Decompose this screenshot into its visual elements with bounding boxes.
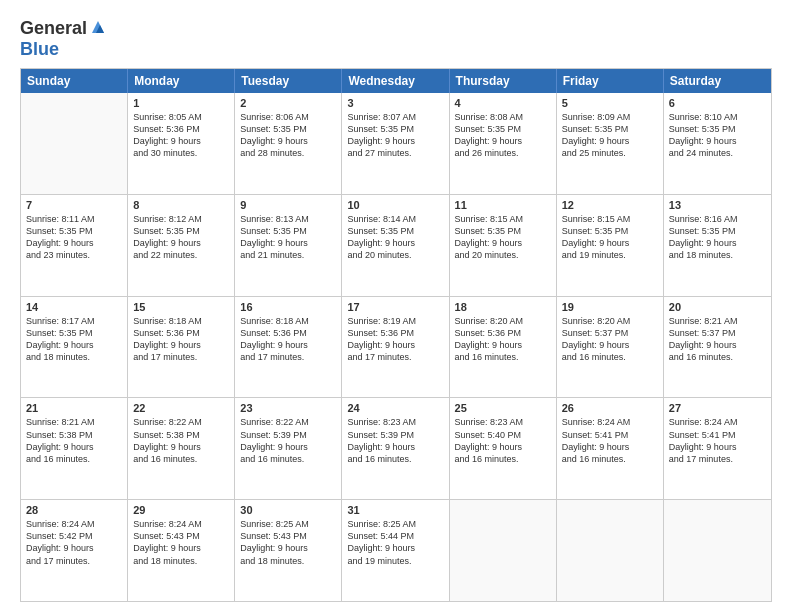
day-info: Sunrise: 8:18 AM Sunset: 5:36 PM Dayligh… xyxy=(240,315,336,364)
empty-cell xyxy=(664,500,771,601)
day-info: Sunrise: 8:25 AM Sunset: 5:43 PM Dayligh… xyxy=(240,518,336,567)
day-cell-22: 22Sunrise: 8:22 AM Sunset: 5:38 PM Dayli… xyxy=(128,398,235,499)
weekday-header-sunday: Sunday xyxy=(21,69,128,93)
day-info: Sunrise: 8:15 AM Sunset: 5:35 PM Dayligh… xyxy=(562,213,658,262)
day-info: Sunrise: 8:24 AM Sunset: 5:41 PM Dayligh… xyxy=(562,416,658,465)
day-number: 1 xyxy=(133,97,229,109)
day-number: 21 xyxy=(26,402,122,414)
day-info: Sunrise: 8:18 AM Sunset: 5:36 PM Dayligh… xyxy=(133,315,229,364)
day-info: Sunrise: 8:24 AM Sunset: 5:43 PM Dayligh… xyxy=(133,518,229,567)
day-cell-15: 15Sunrise: 8:18 AM Sunset: 5:36 PM Dayli… xyxy=(128,297,235,398)
weekday-header-tuesday: Tuesday xyxy=(235,69,342,93)
day-info: Sunrise: 8:10 AM Sunset: 5:35 PM Dayligh… xyxy=(669,111,766,160)
weekday-header-thursday: Thursday xyxy=(450,69,557,93)
day-info: Sunrise: 8:15 AM Sunset: 5:35 PM Dayligh… xyxy=(455,213,551,262)
day-number: 29 xyxy=(133,504,229,516)
day-cell-9: 9Sunrise: 8:13 AM Sunset: 5:35 PM Daylig… xyxy=(235,195,342,296)
day-cell-3: 3Sunrise: 8:07 AM Sunset: 5:35 PM Daylig… xyxy=(342,93,449,194)
day-info: Sunrise: 8:09 AM Sunset: 5:35 PM Dayligh… xyxy=(562,111,658,160)
calendar-header: SundayMondayTuesdayWednesdayThursdayFrid… xyxy=(21,69,771,93)
day-info: Sunrise: 8:12 AM Sunset: 5:35 PM Dayligh… xyxy=(133,213,229,262)
day-cell-28: 28Sunrise: 8:24 AM Sunset: 5:42 PM Dayli… xyxy=(21,500,128,601)
day-info: Sunrise: 8:11 AM Sunset: 5:35 PM Dayligh… xyxy=(26,213,122,262)
day-cell-17: 17Sunrise: 8:19 AM Sunset: 5:36 PM Dayli… xyxy=(342,297,449,398)
day-info: Sunrise: 8:17 AM Sunset: 5:35 PM Dayligh… xyxy=(26,315,122,364)
empty-cell xyxy=(557,500,664,601)
calendar-week-1: 1Sunrise: 8:05 AM Sunset: 5:36 PM Daylig… xyxy=(21,93,771,195)
day-info: Sunrise: 8:13 AM Sunset: 5:35 PM Dayligh… xyxy=(240,213,336,262)
calendar-week-4: 21Sunrise: 8:21 AM Sunset: 5:38 PM Dayli… xyxy=(21,398,771,500)
day-cell-5: 5Sunrise: 8:09 AM Sunset: 5:35 PM Daylig… xyxy=(557,93,664,194)
day-cell-7: 7Sunrise: 8:11 AM Sunset: 5:35 PM Daylig… xyxy=(21,195,128,296)
day-info: Sunrise: 8:06 AM Sunset: 5:35 PM Dayligh… xyxy=(240,111,336,160)
calendar-week-2: 7Sunrise: 8:11 AM Sunset: 5:35 PM Daylig… xyxy=(21,195,771,297)
logo: General Blue xyxy=(20,18,106,60)
empty-cell xyxy=(450,500,557,601)
day-info: Sunrise: 8:22 AM Sunset: 5:38 PM Dayligh… xyxy=(133,416,229,465)
day-info: Sunrise: 8:07 AM Sunset: 5:35 PM Dayligh… xyxy=(347,111,443,160)
day-cell-30: 30Sunrise: 8:25 AM Sunset: 5:43 PM Dayli… xyxy=(235,500,342,601)
day-cell-29: 29Sunrise: 8:24 AM Sunset: 5:43 PM Dayli… xyxy=(128,500,235,601)
day-number: 10 xyxy=(347,199,443,211)
day-info: Sunrise: 8:21 AM Sunset: 5:37 PM Dayligh… xyxy=(669,315,766,364)
calendar-week-3: 14Sunrise: 8:17 AM Sunset: 5:35 PM Dayli… xyxy=(21,297,771,399)
day-cell-2: 2Sunrise: 8:06 AM Sunset: 5:35 PM Daylig… xyxy=(235,93,342,194)
day-info: Sunrise: 8:20 AM Sunset: 5:37 PM Dayligh… xyxy=(562,315,658,364)
day-cell-13: 13Sunrise: 8:16 AM Sunset: 5:35 PM Dayli… xyxy=(664,195,771,296)
day-number: 22 xyxy=(133,402,229,414)
day-number: 25 xyxy=(455,402,551,414)
day-cell-21: 21Sunrise: 8:21 AM Sunset: 5:38 PM Dayli… xyxy=(21,398,128,499)
day-info: Sunrise: 8:20 AM Sunset: 5:36 PM Dayligh… xyxy=(455,315,551,364)
day-number: 24 xyxy=(347,402,443,414)
header: General Blue xyxy=(20,18,772,60)
day-number: 5 xyxy=(562,97,658,109)
calendar-body: 1Sunrise: 8:05 AM Sunset: 5:36 PM Daylig… xyxy=(21,93,771,601)
day-number: 2 xyxy=(240,97,336,109)
day-info: Sunrise: 8:05 AM Sunset: 5:36 PM Dayligh… xyxy=(133,111,229,160)
day-cell-27: 27Sunrise: 8:24 AM Sunset: 5:41 PM Dayli… xyxy=(664,398,771,499)
day-cell-1: 1Sunrise: 8:05 AM Sunset: 5:36 PM Daylig… xyxy=(128,93,235,194)
day-info: Sunrise: 8:23 AM Sunset: 5:40 PM Dayligh… xyxy=(455,416,551,465)
day-number: 15 xyxy=(133,301,229,313)
weekday-header-monday: Monday xyxy=(128,69,235,93)
day-info: Sunrise: 8:24 AM Sunset: 5:41 PM Dayligh… xyxy=(669,416,766,465)
day-cell-19: 19Sunrise: 8:20 AM Sunset: 5:37 PM Dayli… xyxy=(557,297,664,398)
logo-arrow-icon xyxy=(90,19,106,39)
logo-blue-text: Blue xyxy=(20,39,59,59)
day-info: Sunrise: 8:08 AM Sunset: 5:35 PM Dayligh… xyxy=(455,111,551,160)
day-number: 3 xyxy=(347,97,443,109)
day-number: 31 xyxy=(347,504,443,516)
day-number: 8 xyxy=(133,199,229,211)
day-number: 9 xyxy=(240,199,336,211)
day-number: 12 xyxy=(562,199,658,211)
day-number: 19 xyxy=(562,301,658,313)
day-cell-8: 8Sunrise: 8:12 AM Sunset: 5:35 PM Daylig… xyxy=(128,195,235,296)
day-number: 18 xyxy=(455,301,551,313)
day-number: 11 xyxy=(455,199,551,211)
day-number: 17 xyxy=(347,301,443,313)
day-number: 27 xyxy=(669,402,766,414)
day-number: 4 xyxy=(455,97,551,109)
day-cell-4: 4Sunrise: 8:08 AM Sunset: 5:35 PM Daylig… xyxy=(450,93,557,194)
day-info: Sunrise: 8:21 AM Sunset: 5:38 PM Dayligh… xyxy=(26,416,122,465)
day-cell-25: 25Sunrise: 8:23 AM Sunset: 5:40 PM Dayli… xyxy=(450,398,557,499)
day-number: 30 xyxy=(240,504,336,516)
day-cell-14: 14Sunrise: 8:17 AM Sunset: 5:35 PM Dayli… xyxy=(21,297,128,398)
weekday-header-friday: Friday xyxy=(557,69,664,93)
empty-cell xyxy=(21,93,128,194)
day-info: Sunrise: 8:22 AM Sunset: 5:39 PM Dayligh… xyxy=(240,416,336,465)
day-cell-6: 6Sunrise: 8:10 AM Sunset: 5:35 PM Daylig… xyxy=(664,93,771,194)
day-number: 26 xyxy=(562,402,658,414)
day-cell-20: 20Sunrise: 8:21 AM Sunset: 5:37 PM Dayli… xyxy=(664,297,771,398)
day-number: 28 xyxy=(26,504,122,516)
day-info: Sunrise: 8:24 AM Sunset: 5:42 PM Dayligh… xyxy=(26,518,122,567)
day-number: 7 xyxy=(26,199,122,211)
day-info: Sunrise: 8:14 AM Sunset: 5:35 PM Dayligh… xyxy=(347,213,443,262)
day-cell-24: 24Sunrise: 8:23 AM Sunset: 5:39 PM Dayli… xyxy=(342,398,449,499)
day-number: 20 xyxy=(669,301,766,313)
day-number: 13 xyxy=(669,199,766,211)
day-info: Sunrise: 8:19 AM Sunset: 5:36 PM Dayligh… xyxy=(347,315,443,364)
day-info: Sunrise: 8:23 AM Sunset: 5:39 PM Dayligh… xyxy=(347,416,443,465)
day-cell-11: 11Sunrise: 8:15 AM Sunset: 5:35 PM Dayli… xyxy=(450,195,557,296)
day-cell-31: 31Sunrise: 8:25 AM Sunset: 5:44 PM Dayli… xyxy=(342,500,449,601)
